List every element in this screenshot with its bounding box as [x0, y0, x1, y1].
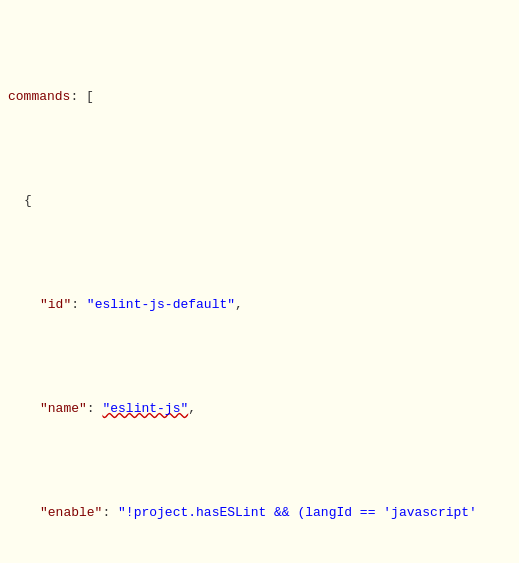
- line-name1: "name": "eslint-js",: [32, 399, 519, 420]
- code-block: commands: [ { "id": "eslint-js-default",…: [0, 0, 519, 563]
- commands-key: commands: [8, 87, 70, 108]
- line-id1: "id": "eslint-js-default",: [32, 295, 519, 316]
- line-open-brace1: {: [16, 191, 519, 212]
- line-commands: commands: [: [0, 87, 519, 108]
- line-enable1: "enable": "!project.hasESLint && (langId…: [32, 503, 519, 524]
